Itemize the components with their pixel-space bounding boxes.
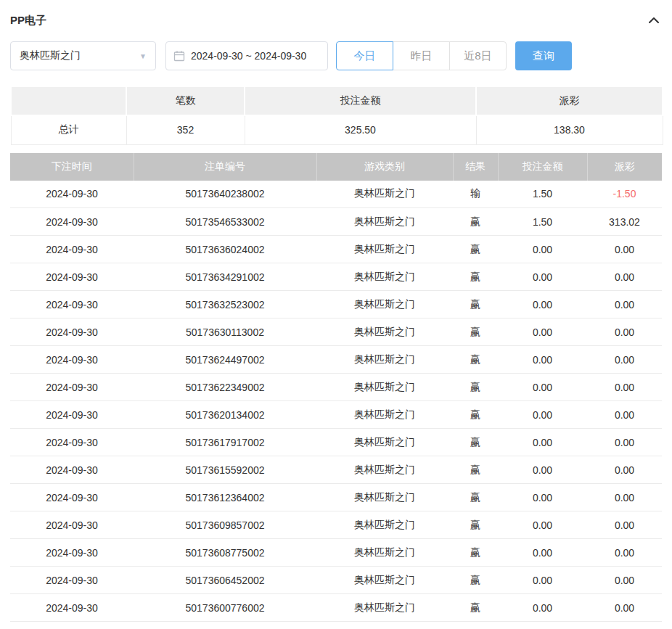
- cell-result: 赢: [453, 401, 498, 429]
- cell-payout: 0.00: [587, 318, 662, 346]
- cell-result: 赢: [453, 429, 498, 456]
- table-row: 2024-09-30 50173615592002 奥林匹斯之门 赢 0.00 …: [10, 456, 662, 484]
- cell-result: 赢: [453, 511, 498, 539]
- cell-bet-amount: 0.00: [498, 374, 587, 401]
- cell-bet-time: 2024-09-30: [10, 208, 134, 236]
- bet-table: 下注时间 注单编号 游戏类别 结果 投注金额 派彩 2024-09-30 501…: [10, 153, 662, 622]
- cell-order-id: 50173606452002: [134, 567, 316, 594]
- table-row: 2024-09-30 50173546533002 奥林匹斯之门 赢 1.50 …: [10, 208, 662, 236]
- summary-header-blank: [11, 86, 126, 115]
- cell-game-type: 奥林匹斯之门: [316, 181, 453, 208]
- cell-bet-time: 2024-09-30: [10, 456, 134, 484]
- cell-order-id: 50173620134002: [134, 401, 316, 429]
- cell-result: 赢: [453, 567, 498, 594]
- cell-bet-time: 2024-09-30: [10, 291, 134, 318]
- cell-bet-time: 2024-09-30: [10, 236, 134, 263]
- cell-payout: 0.00: [587, 374, 662, 401]
- cell-bet-amount: 0.00: [498, 236, 587, 263]
- cell-game-type: 奥林匹斯之门: [316, 484, 453, 511]
- cell-order-id: 50173546533002: [134, 208, 316, 236]
- cell-result: 赢: [453, 539, 498, 567]
- cell-game-type: 奥林匹斯之门: [316, 429, 453, 456]
- cell-result: 赢: [453, 456, 498, 484]
- cell-bet-amount: 0.00: [498, 263, 587, 291]
- today-button[interactable]: 今日: [336, 41, 393, 70]
- summary-table: 笔数 投注金额 派彩 总计 352 325.50 138.30: [10, 86, 663, 145]
- cell-order-id: 50173640238002: [134, 181, 316, 208]
- table-row: 2024-09-30 50173609857002 奥林匹斯之门 赢 0.00 …: [10, 511, 662, 539]
- last8days-button[interactable]: 近8日: [449, 41, 507, 70]
- cell-bet-amount: 0.00: [498, 291, 587, 318]
- filter-bar: 奥林匹斯之门 ▼ 2024-09-30 ~ 2024-09-30 今日 昨日 近…: [10, 41, 662, 70]
- cell-order-id: 50173630113002: [134, 318, 316, 346]
- cell-game-type: 奥林匹斯之门: [316, 346, 453, 374]
- header-result: 结果: [453, 153, 498, 181]
- cell-game-type: 奥林匹斯之门: [316, 263, 453, 291]
- summary-header-count: 笔数: [126, 86, 245, 115]
- search-button[interactable]: 查询: [515, 41, 572, 70]
- cell-bet-amount: 1.50: [498, 181, 587, 208]
- cell-game-type: 奥林匹斯之门: [316, 374, 453, 401]
- cell-order-id: 50173624497002: [134, 346, 316, 374]
- cell-bet-time: 2024-09-30: [10, 484, 134, 511]
- cell-bet-amount: 0.00: [498, 401, 587, 429]
- cell-order-id: 50173636024002: [134, 236, 316, 263]
- table-row: 2024-09-30 50173620134002 奥林匹斯之门 赢 0.00 …: [10, 401, 662, 429]
- cell-bet-amount: 0.00: [498, 484, 587, 511]
- summary-total-row: 总计 352 325.50 138.30: [11, 115, 663, 144]
- cell-payout: 313.02: [587, 208, 662, 236]
- header-payout: 派彩: [587, 153, 662, 181]
- cell-bet-amount: 0.00: [498, 567, 587, 594]
- header-bet-amount: 投注金额: [498, 153, 587, 181]
- yesterday-button[interactable]: 昨日: [393, 41, 450, 70]
- cell-result: 赢: [453, 594, 498, 622]
- quick-date-buttons: 今日 昨日 近8日: [336, 41, 507, 70]
- date-range-value: 2024-09-30 ~ 2024-09-30: [191, 50, 306, 62]
- cell-bet-time: 2024-09-30: [10, 429, 134, 456]
- summary-header-row: 笔数 投注金额 派彩: [11, 86, 663, 115]
- summary-total-count: 352: [126, 115, 245, 144]
- summary-total-payout: 138.30: [476, 115, 663, 144]
- header-order-id: 注单编号: [134, 153, 316, 181]
- cell-game-type: 奥林匹斯之门: [316, 567, 453, 594]
- table-row: 2024-09-30 50173608775002 奥林匹斯之门 赢 0.00 …: [10, 539, 662, 567]
- table-row: 2024-09-30 50173622349002 奥林匹斯之门 赢 0.00 …: [10, 374, 662, 401]
- cell-order-id: 50173608775002: [134, 539, 316, 567]
- cell-order-id: 50173632523002: [134, 291, 316, 318]
- summary-header-bet-amount: 投注金额: [245, 86, 476, 115]
- cell-payout: 0.00: [587, 511, 662, 539]
- cell-bet-amount: 0.00: [498, 346, 587, 374]
- chevron-up-icon[interactable]: [646, 12, 662, 28]
- cell-bet-time: 2024-09-30: [10, 318, 134, 346]
- cell-bet-time: 2024-09-30: [10, 511, 134, 539]
- calendar-icon: [173, 50, 185, 62]
- cell-payout: 0.00: [587, 429, 662, 456]
- cell-bet-amount: 0.00: [498, 539, 587, 567]
- cell-result: 赢: [453, 236, 498, 263]
- cell-result: 赢: [453, 208, 498, 236]
- cell-bet-time: 2024-09-30: [10, 181, 134, 208]
- date-range-input[interactable]: 2024-09-30 ~ 2024-09-30: [165, 41, 328, 70]
- header-bet-time: 下注时间: [10, 153, 134, 181]
- cell-game-type: 奥林匹斯之门: [316, 539, 453, 567]
- cell-result: 赢: [453, 318, 498, 346]
- game-select[interactable]: 奥林匹斯之门 ▼: [10, 41, 156, 70]
- cell-game-type: 奥林匹斯之门: [316, 291, 453, 318]
- cell-bet-time: 2024-09-30: [10, 539, 134, 567]
- cell-payout: 0.00: [587, 263, 662, 291]
- cell-bet-time: 2024-09-30: [10, 401, 134, 429]
- cell-payout: 0.00: [587, 539, 662, 567]
- game-select-value: 奥林匹斯之门: [20, 49, 81, 62]
- table-row: 2024-09-30 50173632523002 奥林匹斯之门 赢 0.00 …: [10, 291, 662, 318]
- cell-payout: -1.50: [587, 181, 662, 208]
- cell-order-id: 50173634291002: [134, 263, 316, 291]
- cell-bet-amount: 0.00: [498, 456, 587, 484]
- summary-total-bet-amount: 325.50: [245, 115, 476, 144]
- cell-result: 赢: [453, 291, 498, 318]
- cell-payout: 0.00: [587, 567, 662, 594]
- cell-bet-time: 2024-09-30: [10, 263, 134, 291]
- table-row: 2024-09-30 50173630113002 奥林匹斯之门 赢 0.00 …: [10, 318, 662, 346]
- cell-payout: 0.00: [587, 484, 662, 511]
- cell-order-id: 50173622349002: [134, 374, 316, 401]
- summary-total-label: 总计: [11, 115, 126, 144]
